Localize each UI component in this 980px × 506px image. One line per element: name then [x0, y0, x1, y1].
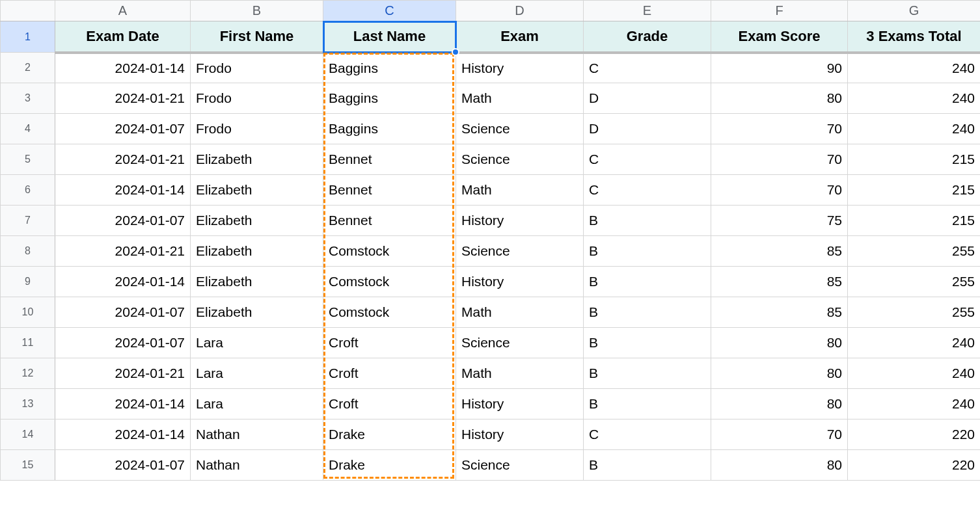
cell-C14[interactable]: Drake — [323, 419, 456, 450]
cell-C13[interactable]: Croft — [323, 389, 456, 419]
cell-A3[interactable]: 2024-01-21 — [55, 83, 191, 114]
row-header-10[interactable]: 10 — [1, 297, 55, 328]
cell-F5[interactable]: 70 — [711, 144, 848, 175]
cell-G1[interactable]: 3 Exams Total — [848, 21, 981, 53]
row-header-12[interactable]: 12 — [1, 358, 55, 389]
cell-G12[interactable]: 240 — [848, 358, 981, 389]
cell-G2[interactable]: 240 — [848, 53, 981, 83]
cell-C3[interactable]: Baggins — [323, 83, 456, 114]
cell-A13[interactable]: 2024-01-14 — [55, 389, 191, 419]
cell-C8[interactable]: Comstock — [323, 236, 456, 267]
cell-F3[interactable]: 80 — [711, 83, 848, 114]
cell-F15[interactable]: 80 — [711, 450, 848, 481]
cell-A12[interactable]: 2024-01-21 — [55, 358, 191, 389]
cell-A2[interactable]: 2024-01-14 — [55, 53, 191, 83]
col-header-F[interactable]: F — [711, 1, 848, 21]
cell-F11[interactable]: 80 — [711, 328, 848, 358]
cell-C11[interactable]: Croft — [323, 328, 456, 358]
cell-D3[interactable]: Math — [456, 83, 584, 114]
row-header-15[interactable]: 15 — [1, 450, 55, 481]
row-header-13[interactable]: 13 — [1, 389, 55, 419]
cell-C12[interactable]: Croft — [323, 358, 456, 389]
select-all-corner[interactable] — [1, 1, 55, 21]
cell-F14[interactable]: 70 — [711, 419, 848, 450]
row-header-7[interactable]: 7 — [1, 206, 55, 236]
cell-F4[interactable]: 70 — [711, 114, 848, 144]
cell-B14[interactable]: Nathan — [191, 419, 323, 450]
cell-F6[interactable]: 70 — [711, 175, 848, 206]
cell-E8[interactable]: B — [584, 236, 711, 267]
row-header-4[interactable]: 4 — [1, 114, 55, 144]
cell-B2[interactable]: Frodo — [191, 53, 323, 83]
cell-F9[interactable]: 85 — [711, 267, 848, 297]
cell-F1[interactable]: Exam Score — [711, 21, 848, 53]
cell-F10[interactable]: 85 — [711, 297, 848, 328]
cell-D13[interactable]: History — [456, 389, 584, 419]
cell-B4[interactable]: Frodo — [191, 114, 323, 144]
row-header-5[interactable]: 5 — [1, 144, 55, 175]
cell-D5[interactable]: Science — [456, 144, 584, 175]
cell-B1[interactable]: First Name — [191, 21, 323, 53]
cell-F8[interactable]: 85 — [711, 236, 848, 267]
cell-B7[interactable]: Elizabeth — [191, 206, 323, 236]
cell-B3[interactable]: Frodo — [191, 83, 323, 114]
cell-B12[interactable]: Lara — [191, 358, 323, 389]
cell-A9[interactable]: 2024-01-14 — [55, 267, 191, 297]
cell-G15[interactable]: 220 — [848, 450, 981, 481]
cell-G5[interactable]: 215 — [848, 144, 981, 175]
cell-A7[interactable]: 2024-01-07 — [55, 206, 191, 236]
cell-E9[interactable]: B — [584, 267, 711, 297]
cell-A11[interactable]: 2024-01-07 — [55, 328, 191, 358]
cell-E5[interactable]: C — [584, 144, 711, 175]
cell-G14[interactable]: 220 — [848, 419, 981, 450]
cell-A1[interactable]: Exam Date — [55, 21, 191, 53]
col-header-C[interactable]: C — [323, 1, 456, 21]
cell-C5[interactable]: Bennet — [323, 144, 456, 175]
col-header-A[interactable]: A — [55, 1, 191, 21]
cell-G9[interactable]: 255 — [848, 267, 981, 297]
cell-G11[interactable]: 240 — [848, 328, 981, 358]
cell-B5[interactable]: Elizabeth — [191, 144, 323, 175]
cell-E4[interactable]: D — [584, 114, 711, 144]
cell-E10[interactable]: B — [584, 297, 711, 328]
row-header-9[interactable]: 9 — [1, 267, 55, 297]
cell-D8[interactable]: Science — [456, 236, 584, 267]
cell-E13[interactable]: B — [584, 389, 711, 419]
cell-E15[interactable]: B — [584, 450, 711, 481]
cell-D7[interactable]: History — [456, 206, 584, 236]
cell-D15[interactable]: Science — [456, 450, 584, 481]
cell-B6[interactable]: Elizabeth — [191, 175, 323, 206]
row-header-6[interactable]: 6 — [1, 175, 55, 206]
cell-D4[interactable]: Science — [456, 114, 584, 144]
cell-E11[interactable]: B — [584, 328, 711, 358]
cell-C9[interactable]: Comstock — [323, 267, 456, 297]
cell-D10[interactable]: Math — [456, 297, 584, 328]
cell-C4[interactable]: Baggins — [323, 114, 456, 144]
cell-C2[interactable]: Baggins — [323, 53, 456, 83]
cell-D9[interactable]: History — [456, 267, 584, 297]
row-header-11[interactable]: 11 — [1, 328, 55, 358]
cell-C1[interactable]: Last Name — [323, 21, 456, 53]
cell-A10[interactable]: 2024-01-07 — [55, 297, 191, 328]
grid[interactable]: A B C D E F G 1 Exam Date First Name Las… — [0, 0, 980, 481]
cell-E7[interactable]: B — [584, 206, 711, 236]
cell-G10[interactable]: 255 — [848, 297, 981, 328]
cell-E3[interactable]: D — [584, 83, 711, 114]
cell-G3[interactable]: 240 — [848, 83, 981, 114]
cell-B9[interactable]: Elizabeth — [191, 267, 323, 297]
cell-B10[interactable]: Elizabeth — [191, 297, 323, 328]
spreadsheet[interactable]: A B C D E F G 1 Exam Date First Name Las… — [0, 0, 980, 506]
cell-F2[interactable]: 90 — [711, 53, 848, 83]
cell-C15[interactable]: Drake — [323, 450, 456, 481]
cell-E6[interactable]: C — [584, 175, 711, 206]
cell-D1[interactable]: Exam — [456, 21, 584, 53]
row-header-3[interactable]: 3 — [1, 83, 55, 114]
cell-C10[interactable]: Comstock — [323, 297, 456, 328]
cell-C7[interactable]: Bennet — [323, 206, 456, 236]
col-header-E[interactable]: E — [584, 1, 711, 21]
cell-B11[interactable]: Lara — [191, 328, 323, 358]
cell-A5[interactable]: 2024-01-21 — [55, 144, 191, 175]
cell-F7[interactable]: 75 — [711, 206, 848, 236]
cell-G7[interactable]: 215 — [848, 206, 981, 236]
col-header-B[interactable]: B — [191, 1, 323, 21]
